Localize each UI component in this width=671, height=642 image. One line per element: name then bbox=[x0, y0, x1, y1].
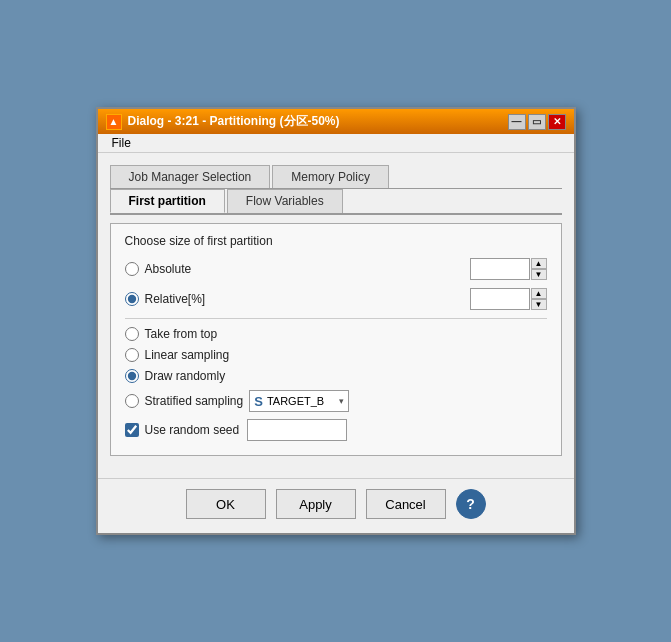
file-menu[interactable]: File bbox=[106, 134, 137, 152]
absolute-spinner: 100 ▲ ▼ bbox=[470, 258, 547, 280]
close-button[interactable]: ✕ bbox=[548, 114, 566, 130]
relative-spinner: 50 ▲ ▼ bbox=[470, 288, 547, 310]
relative-spin-up[interactable]: ▲ bbox=[531, 288, 547, 299]
dialog-window: ▲ Dialog - 3:21 - Partitioning (分区-50%) … bbox=[96, 107, 576, 535]
relative-input[interactable]: 50 bbox=[470, 288, 530, 310]
absolute-radio-group: Absolute bbox=[125, 262, 192, 276]
title-bar-left: ▲ Dialog - 3:21 - Partitioning (分区-50%) bbox=[106, 113, 340, 130]
linear-sampling-radio[interactable] bbox=[125, 348, 139, 362]
minimize-button[interactable]: — bbox=[508, 114, 526, 130]
draw-randomly-radio[interactable] bbox=[125, 369, 139, 383]
title-bar: ▲ Dialog - 3:21 - Partitioning (分区-50%) … bbox=[98, 109, 574, 134]
draw-randomly-label: Draw randomly bbox=[145, 369, 226, 383]
relative-spin-down[interactable]: ▼ bbox=[531, 299, 547, 310]
relative-row: Relative[%] 50 ▲ ▼ bbox=[125, 288, 547, 310]
title-controls: — ▭ ✕ bbox=[508, 114, 566, 130]
dropdown-arrow-icon: ▾ bbox=[339, 396, 344, 406]
tabs-row2: First partition Flow Variables bbox=[110, 189, 562, 215]
stratified-row: Stratified sampling S TARGET_B ▾ bbox=[125, 390, 547, 412]
stratified-label: Stratified sampling bbox=[145, 394, 244, 408]
seed-checkbox[interactable] bbox=[125, 423, 139, 437]
dropdown-s-icon: S bbox=[254, 394, 263, 409]
help-button[interactable]: ? bbox=[456, 489, 486, 519]
stratified-radio[interactable] bbox=[125, 394, 139, 408]
window-title: Dialog - 3:21 - Partitioning (分区-50%) bbox=[128, 113, 340, 130]
relative-radio[interactable] bbox=[125, 292, 139, 306]
take-from-top-radio[interactable] bbox=[125, 327, 139, 341]
absolute-spin-buttons: ▲ ▼ bbox=[531, 258, 547, 280]
footer: OK Apply Cancel ? bbox=[98, 478, 574, 533]
absolute-input[interactable]: 100 bbox=[470, 258, 530, 280]
seed-label: Use random seed bbox=[145, 423, 240, 437]
relative-radio-group: Relative[%] bbox=[125, 292, 206, 306]
dialog-content: Job Manager Selection Memory Policy Firs… bbox=[98, 153, 574, 478]
tab-memory-policy[interactable]: Memory Policy bbox=[272, 165, 389, 188]
partition-group: Choose size of first partition Absolute … bbox=[110, 223, 562, 456]
absolute-spin-down[interactable]: ▼ bbox=[531, 269, 547, 280]
draw-randomly-row: Draw randomly bbox=[125, 369, 547, 383]
linear-sampling-label: Linear sampling bbox=[145, 348, 230, 362]
apply-button[interactable]: Apply bbox=[276, 489, 356, 519]
relative-spin-buttons: ▲ ▼ bbox=[531, 288, 547, 310]
window-icon: ▲ bbox=[106, 114, 122, 130]
seed-input[interactable]: 22901 bbox=[247, 419, 347, 441]
tab-first-partition[interactable]: First partition bbox=[110, 189, 225, 213]
stratified-dropdown[interactable]: S TARGET_B ▾ bbox=[249, 390, 349, 412]
relative-label: Relative[%] bbox=[145, 292, 206, 306]
seed-checkbox-wrapper: Use random seed bbox=[125, 423, 240, 437]
linear-sampling-row: Linear sampling bbox=[125, 348, 547, 362]
absolute-row: Absolute 100 ▲ ▼ bbox=[125, 258, 547, 280]
group-label: Choose size of first partition bbox=[125, 234, 547, 248]
take-from-top-label: Take from top bbox=[145, 327, 218, 341]
dropdown-value: TARGET_B bbox=[267, 395, 335, 407]
absolute-spin-up[interactable]: ▲ bbox=[531, 258, 547, 269]
tab-job-manager[interactable]: Job Manager Selection bbox=[110, 165, 271, 188]
restore-button[interactable]: ▭ bbox=[528, 114, 546, 130]
divider bbox=[125, 318, 547, 319]
seed-row: Use random seed 22901 bbox=[125, 419, 547, 441]
menu-bar: File bbox=[98, 134, 574, 153]
window-icon-text: ▲ bbox=[109, 116, 119, 127]
tab-flow-variables[interactable]: Flow Variables bbox=[227, 189, 343, 213]
tabs-row1: Job Manager Selection Memory Policy bbox=[110, 165, 562, 189]
ok-button[interactable]: OK bbox=[186, 489, 266, 519]
absolute-label: Absolute bbox=[145, 262, 192, 276]
absolute-radio[interactable] bbox=[125, 262, 139, 276]
sampling-section: Take from top Linear sampling Draw rando… bbox=[125, 327, 547, 441]
take-from-top-row: Take from top bbox=[125, 327, 547, 341]
cancel-button[interactable]: Cancel bbox=[366, 489, 446, 519]
